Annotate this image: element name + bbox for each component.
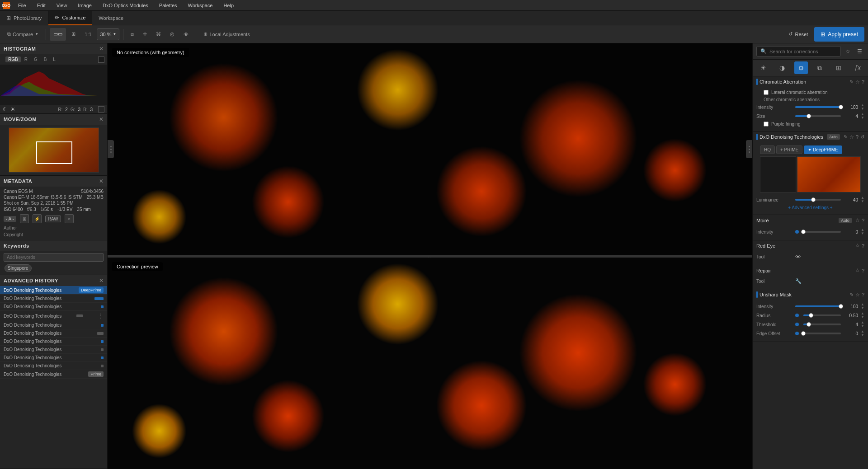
purple-fringing-checkbox[interactable] bbox=[764, 122, 769, 127]
star-button[interactable]: ☆ bbox=[843, 47, 853, 56]
vignette-tool[interactable]: ◎ bbox=[166, 28, 178, 41]
moire-header[interactable]: Moiré Auto ☆ ? bbox=[753, 215, 868, 225]
tab-customize[interactable]: ✏ Customize bbox=[48, 11, 92, 25]
sun-icon[interactable]: ☀ bbox=[10, 106, 15, 113]
menu-image[interactable]: Image bbox=[75, 2, 94, 9]
workspace-menu[interactable]: Workspace bbox=[94, 15, 128, 21]
unsharp-mask-header[interactable]: Unsharp Mask ✎ ☆ ? bbox=[753, 289, 868, 300]
ca-edit-icon[interactable]: ✎ bbox=[849, 79, 854, 85]
denoise-reload-icon[interactable]: ↺ bbox=[860, 134, 864, 140]
menu-view[interactable]: View bbox=[54, 2, 70, 9]
straighten-tool[interactable]: ✛ bbox=[139, 28, 151, 41]
history-item-3[interactable]: DxO Denoising Technologies ⋮ bbox=[0, 311, 107, 321]
move-zoom-header[interactable]: MOVE/ZOOM ✕ bbox=[0, 114, 107, 125]
histogram-close[interactable]: ✕ bbox=[99, 46, 104, 52]
menu-help[interactable]: Help bbox=[221, 2, 236, 9]
denoise-tab-deepprime[interactable]: ✦ DeepPRIME bbox=[804, 145, 842, 154]
unsharp-intensity-slider[interactable] bbox=[795, 305, 841, 307]
local-adjustments-btn[interactable]: ⊕ Local Adjustments bbox=[200, 28, 253, 41]
moon-icon[interactable]: ☾ bbox=[3, 106, 8, 113]
denoise-tab-hq[interactable]: HQ bbox=[760, 145, 775, 154]
color-tool-btn[interactable]: ◑ bbox=[775, 61, 789, 74]
metadata-header[interactable]: METADATA ✕ bbox=[0, 176, 107, 187]
denoising-header[interactable]: DxO Denoising Technologies Auto ✎ ☆ ? ↺ bbox=[753, 131, 868, 142]
denoise-help-icon[interactable]: ? bbox=[856, 134, 859, 140]
history-item-10[interactable]: DxO Denoising Technologies Prime bbox=[0, 370, 107, 379]
crop-tool[interactable]: ⧈ bbox=[127, 28, 137, 41]
left-split-handle[interactable] bbox=[108, 140, 114, 158]
hist-black-box[interactable] bbox=[98, 106, 104, 113]
view-fit-btn[interactable]: ⊞ bbox=[68, 28, 79, 41]
unsharp-threshold-slider[interactable] bbox=[803, 324, 841, 325]
metadata-close[interactable]: ✕ bbox=[99, 178, 104, 184]
menu-dxo-optics[interactable]: DxO Optics Modules bbox=[100, 2, 151, 9]
hist-color-box[interactable] bbox=[98, 56, 104, 63]
move-zoom-close[interactable]: ✕ bbox=[99, 116, 104, 122]
hist-tab-l[interactable]: L bbox=[50, 56, 58, 62]
denoise-star-icon[interactable]: ☆ bbox=[849, 134, 854, 140]
keywords-header[interactable]: Keywords bbox=[0, 240, 107, 251]
settings-button[interactable]: ☰ bbox=[854, 47, 864, 56]
history-item-8[interactable]: DxO Denoising Technologies bbox=[0, 354, 107, 362]
ca-star-icon[interactable]: ☆ bbox=[855, 79, 860, 85]
droplet-icon[interactable]: ○ bbox=[65, 214, 74, 223]
search-input[interactable] bbox=[769, 49, 837, 54]
history-item-6[interactable]: DxO Denoising Technologies bbox=[0, 338, 107, 346]
histogram-header[interactable]: HISTOGRAM ✕ bbox=[0, 43, 107, 54]
menu-palettes[interactable]: Palettes bbox=[156, 2, 180, 9]
tab-photo-library[interactable]: ⊞ PhotoLibrary bbox=[0, 11, 48, 25]
menu-edit[interactable]: Edit bbox=[34, 2, 48, 9]
history-item-1[interactable]: DxO Denoising Technologies bbox=[0, 295, 107, 303]
unsharp-help-icon[interactable]: ? bbox=[862, 292, 864, 297]
advanced-history-close[interactable]: ✕ bbox=[99, 277, 104, 284]
repair-help-icon[interactable]: ? bbox=[862, 268, 864, 273]
keyword-input[interactable] bbox=[4, 253, 104, 262]
history-item-4[interactable]: DxO Denoising Technologies bbox=[0, 321, 107, 329]
repair-star-icon[interactable]: ☆ bbox=[855, 267, 860, 273]
history-item-0[interactable]: DxO Denoising Technologies DeepPrime bbox=[0, 286, 107, 295]
history-item-9[interactable]: DxO Denoising Technologies bbox=[0, 362, 107, 370]
fx-tool-btn[interactable]: ƒx bbox=[851, 61, 864, 74]
detail-tool-btn[interactable]: ⊙ bbox=[794, 61, 808, 74]
advanced-history-header[interactable]: ADVANCED HISTORY ✕ bbox=[0, 275, 107, 286]
history-item-7[interactable]: DxO Denoising Technologies bbox=[0, 346, 107, 354]
ca-help-icon[interactable]: ? bbox=[862, 79, 864, 84]
menu-file[interactable]: File bbox=[15, 2, 29, 9]
ca-intensity-slider[interactable] bbox=[795, 106, 841, 108]
hist-tab-g[interactable]: G bbox=[31, 56, 40, 62]
red-eye-star-icon[interactable]: ☆ bbox=[855, 243, 860, 249]
red-eye-help-icon[interactable]: ? bbox=[862, 243, 864, 249]
target-icon[interactable]: ⊞ bbox=[20, 214, 29, 223]
apply-preset-button[interactable]: ⊞ Apply preset bbox=[814, 27, 864, 42]
menu-workspace[interactable]: Workspace bbox=[185, 2, 216, 9]
geometry-tool-btn[interactable]: ⧉ bbox=[813, 61, 826, 74]
hist-tab-rgb[interactable]: RGB bbox=[5, 56, 21, 62]
zoom-viewport[interactable] bbox=[36, 141, 72, 164]
right-split-handle[interactable] bbox=[746, 140, 752, 158]
view-1to1-btn[interactable]: 1:1 bbox=[81, 28, 95, 41]
repair-tool-icon[interactable]: 🔧 bbox=[795, 278, 802, 284]
unsharp-edit-icon[interactable]: ✎ bbox=[849, 292, 854, 298]
chromatic-aberration-header[interactable]: Chromatic Aberration ✎ ☆ ? bbox=[753, 76, 868, 87]
zoom-dropdown[interactable]: 30 % ▼ bbox=[97, 28, 119, 40]
unsharp-star-icon[interactable]: ☆ bbox=[855, 292, 860, 298]
history-more-3[interactable]: ⋮ bbox=[97, 312, 104, 319]
reset-button[interactable]: ↺ Reset bbox=[784, 27, 813, 42]
red-eye-tool-icon[interactable]: 👁 bbox=[795, 253, 801, 260]
exposure-tool-btn[interactable]: ☀ bbox=[756, 61, 770, 74]
lightning-icon[interactable]: ⚡ bbox=[33, 214, 42, 223]
history-item-2[interactable]: DxO Denoising Technologies bbox=[0, 303, 107, 311]
keyword-tag-singapore[interactable]: Singapore bbox=[5, 264, 32, 272]
denoise-edit-icon[interactable]: ✎ bbox=[844, 134, 848, 140]
repair-tool[interactable]: ⌘ bbox=[152, 28, 165, 41]
hist-tab-b[interactable]: B bbox=[41, 56, 50, 62]
eye-tool[interactable]: 👁 bbox=[180, 28, 192, 41]
view-split-btn[interactable]: ▭▭ bbox=[50, 28, 66, 41]
advanced-settings-expand[interactable]: + Advanced settings + bbox=[756, 204, 864, 211]
repair-header[interactable]: Repair ☆ ? bbox=[753, 265, 868, 276]
unsharp-edge-slider[interactable] bbox=[803, 333, 841, 334]
compare-button[interactable]: ⧉ Compare ▼ bbox=[4, 28, 42, 41]
red-eye-header[interactable]: Red Eye ☆ ? bbox=[753, 240, 868, 251]
denoise-tab-prime[interactable]: + PRIME bbox=[776, 145, 802, 154]
hist-tab-r[interactable]: R bbox=[22, 56, 30, 62]
